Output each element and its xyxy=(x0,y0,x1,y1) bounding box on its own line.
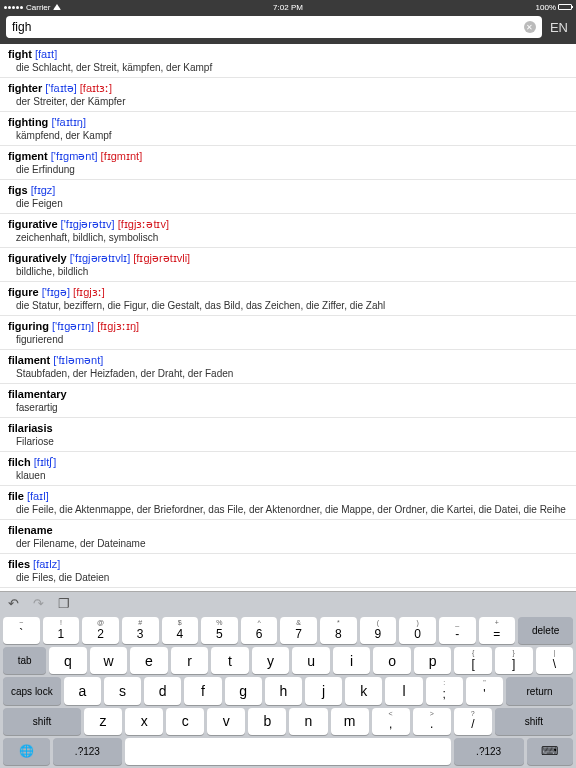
key-.[interactable]: >. xyxy=(413,708,451,735)
key-t[interactable]: t xyxy=(211,647,249,674)
key-,[interactable]: <, xyxy=(372,708,410,735)
key-7[interactable]: &7 xyxy=(280,617,317,644)
key-1[interactable]: !1 xyxy=(43,617,80,644)
list-item[interactable]: files [faɪlz]die Files, die Dateien xyxy=(0,554,576,588)
status-bar: Carrier 7:02 PM 100% xyxy=(0,0,576,14)
list-item[interactable]: figuring ['fɪgərɪŋ] [fɪgjɜːɪŋ]figurieren… xyxy=(0,316,576,350)
key-k[interactable]: k xyxy=(345,677,382,704)
key-a[interactable]: a xyxy=(64,677,101,704)
key-4[interactable]: $4 xyxy=(162,617,199,644)
list-item[interactable]: filament ['fɪləmənt]Staubfaden, der Heiz… xyxy=(0,350,576,384)
search-input[interactable] xyxy=(12,20,524,34)
key-i[interactable]: i xyxy=(333,647,371,674)
clear-icon[interactable]: ✕ xyxy=(524,21,536,33)
space-key[interactable] xyxy=(125,738,451,765)
keyboard: ↶ ↷ ❐ ~`!1@2#3$4%5^6&7*8(9)0_-+=deleteta… xyxy=(0,591,576,768)
key-0[interactable]: )0 xyxy=(399,617,436,644)
key-][interactable]: }] xyxy=(495,647,533,674)
key--[interactable]: _- xyxy=(439,617,476,644)
key-'[interactable]: "' xyxy=(466,677,503,704)
key-9[interactable]: (9 xyxy=(360,617,397,644)
wifi-icon xyxy=(53,4,61,10)
list-item[interactable]: figurative ['fɪgjərətɪv] [fɪgjɜːətɪv]zei… xyxy=(0,214,576,248)
key-x[interactable]: x xyxy=(125,708,163,735)
key-o[interactable]: o xyxy=(373,647,411,674)
key-;[interactable]: :; xyxy=(426,677,463,704)
shift-key-left[interactable]: shift xyxy=(3,708,81,735)
key-f[interactable]: f xyxy=(184,677,221,704)
delete-key[interactable]: delete xyxy=(518,617,573,644)
key-3[interactable]: #3 xyxy=(122,617,159,644)
numkey-left[interactable]: .?123 xyxy=(53,738,123,765)
battery-icon xyxy=(558,4,572,10)
shift-key-right[interactable]: shift xyxy=(495,708,573,735)
key-/[interactable]: ?/ xyxy=(454,708,492,735)
key-=[interactable]: += xyxy=(479,617,516,644)
key-q[interactable]: q xyxy=(49,647,87,674)
search-box[interactable]: ✕ xyxy=(6,16,542,38)
list-item[interactable]: figuratively ['fɪgjərətɪvlɪ] [fɪgjərətɪv… xyxy=(0,248,576,282)
tab-key[interactable]: tab xyxy=(3,647,46,674)
carrier-label: Carrier xyxy=(26,3,50,12)
key-h[interactable]: h xyxy=(265,677,302,704)
list-item[interactable]: file [faɪl]die Feile, die Aktenmappe, de… xyxy=(0,486,576,520)
results-list[interactable]: fight [faɪt]die Schlacht, der Streit, kä… xyxy=(0,44,576,591)
language-toggle[interactable]: EN xyxy=(548,20,570,35)
key-s[interactable]: s xyxy=(104,677,141,704)
paste-icon[interactable]: ❐ xyxy=(58,596,70,611)
list-item[interactable]: filch [fɪltʃ]klauen xyxy=(0,452,576,486)
list-item[interactable]: figs [fɪgz]die Feigen xyxy=(0,180,576,214)
key-g[interactable]: g xyxy=(225,677,262,704)
list-item[interactable]: fighting ['faɪtɪŋ]kämpfend, der Kampf xyxy=(0,112,576,146)
key-\[interactable]: |\ xyxy=(536,647,574,674)
list-item[interactable]: fighter ['faɪtə] [faɪtɜː]der Streiter, d… xyxy=(0,78,576,112)
key-6[interactable]: ^6 xyxy=(241,617,278,644)
key-p[interactable]: p xyxy=(414,647,452,674)
key-z[interactable]: z xyxy=(84,708,122,735)
list-item[interactable]: filariasisFilariose xyxy=(0,418,576,452)
key-n[interactable]: n xyxy=(289,708,327,735)
list-item[interactable]: figure ['fɪgə] [fɪgjɜː]die Statur, bezif… xyxy=(0,282,576,316)
list-item[interactable]: filenameder Filename, der Dateiname xyxy=(0,520,576,554)
list-item[interactable]: filamentaryfaserartig xyxy=(0,384,576,418)
list-item[interactable]: fight [faɪt]die Schlacht, der Streit, kä… xyxy=(0,44,576,78)
key-`[interactable]: ~` xyxy=(3,617,40,644)
key-u[interactable]: u xyxy=(292,647,330,674)
key-y[interactable]: y xyxy=(252,647,290,674)
key-2[interactable]: @2 xyxy=(82,617,119,644)
list-item[interactable]: figment ['fɪgmənt] [fɪgmɪnt]die Erfindun… xyxy=(0,146,576,180)
key-[[interactable]: {[ xyxy=(454,647,492,674)
key-w[interactable]: w xyxy=(90,647,128,674)
key-b[interactable]: b xyxy=(248,708,286,735)
key-e[interactable]: e xyxy=(130,647,168,674)
capslock-key[interactable]: caps lock xyxy=(3,677,61,704)
key-d[interactable]: d xyxy=(144,677,181,704)
key-8[interactable]: *8 xyxy=(320,617,357,644)
key-5[interactable]: %5 xyxy=(201,617,238,644)
battery-percent: 100% xyxy=(536,3,556,12)
key-m[interactable]: m xyxy=(331,708,369,735)
key-l[interactable]: l xyxy=(385,677,422,704)
keyboard-toolbar: ↶ ↷ ❐ xyxy=(0,592,576,614)
dismiss-keyboard-key[interactable]: ⌨ xyxy=(527,738,574,765)
redo-icon[interactable]: ↷ xyxy=(33,596,44,611)
return-key[interactable]: return xyxy=(506,677,573,704)
clock: 7:02 PM xyxy=(273,3,303,12)
undo-icon[interactable]: ↶ xyxy=(8,596,19,611)
key-r[interactable]: r xyxy=(171,647,209,674)
key-v[interactable]: v xyxy=(207,708,245,735)
globe-key[interactable]: 🌐 xyxy=(3,738,50,765)
key-j[interactable]: j xyxy=(305,677,342,704)
numkey-right[interactable]: .?123 xyxy=(454,738,524,765)
key-c[interactable]: c xyxy=(166,708,204,735)
search-bar: ✕ EN xyxy=(0,14,576,44)
